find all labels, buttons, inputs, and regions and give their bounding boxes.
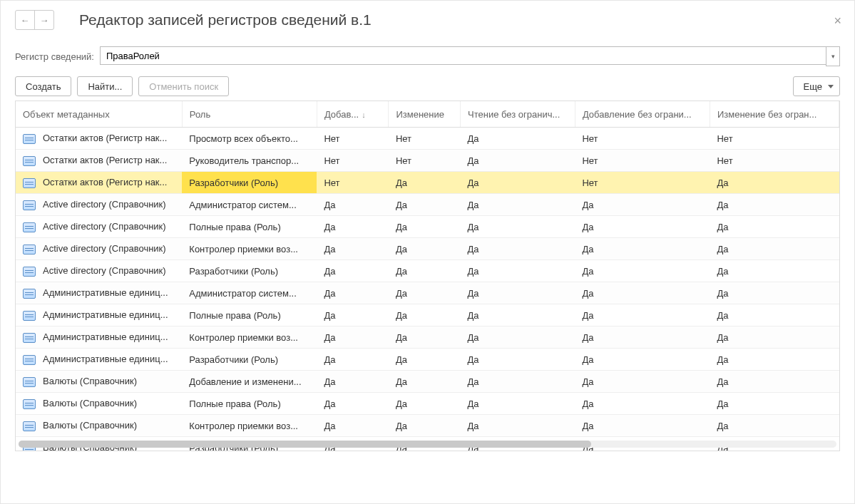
- cell: Да: [389, 349, 461, 371]
- cell: Полные права (Роль): [182, 216, 317, 238]
- cell: Да: [710, 172, 839, 194]
- record-icon: [23, 377, 36, 387]
- forward-button[interactable]: →: [34, 11, 53, 29]
- table-row[interactable]: Active directory (Справочник)Администрат…: [16, 194, 839, 216]
- cell-text: Валюты (Справочник): [43, 398, 137, 408]
- cell: Да: [710, 371, 839, 393]
- cancel-search-button: Отменить поиск: [138, 76, 229, 96]
- cell: Руководитель транспор...: [182, 150, 317, 172]
- cell: Валюты (Справочник): [16, 393, 182, 415]
- cell: Да: [710, 393, 839, 415]
- table-row[interactable]: Остатки актов (Регистр нак...Просмотр вс…: [16, 128, 839, 150]
- column-header-role[interactable]: Роль: [182, 101, 317, 128]
- record-icon: [23, 421, 36, 431]
- column-header-add[interactable]: Добав...↓: [317, 101, 389, 128]
- record-icon: [23, 355, 36, 365]
- cell: Да: [317, 371, 389, 393]
- table-row[interactable]: Валюты (Справочник)Полные права (Роль)Да…: [16, 393, 839, 415]
- cell: Да: [461, 349, 575, 371]
- column-header-change[interactable]: Изменение: [389, 101, 461, 128]
- cell: Нет: [317, 150, 389, 172]
- cell: Остатки актов (Регистр нак...: [16, 172, 182, 194]
- cell: Да: [389, 238, 461, 260]
- cell: Да: [461, 172, 575, 194]
- record-icon: [23, 222, 36, 232]
- cell: Да: [461, 194, 575, 216]
- cell: Да: [389, 326, 461, 349]
- cell: Нет: [575, 172, 710, 194]
- table-row[interactable]: Административные единиц...Администратор …: [16, 282, 839, 304]
- cell: Нет: [575, 128, 710, 150]
- cell: Валюты (Справочник): [16, 415, 182, 437]
- cell: Да: [389, 172, 461, 194]
- cell-text: Active directory (Справочник): [43, 243, 166, 254]
- cell: Да: [575, 216, 710, 238]
- cell: Да: [710, 415, 839, 437]
- close-button[interactable]: ×: [834, 14, 841, 29]
- cell: Контролер приемки воз...: [182, 415, 317, 437]
- cell: Административные единиц...: [16, 326, 182, 349]
- cell-text: Административные единиц...: [43, 354, 168, 364]
- cell: Да: [389, 415, 461, 437]
- find-button[interactable]: Найти...: [77, 76, 133, 96]
- cell-text: Административные единиц...: [43, 309, 168, 320]
- register-input[interactable]: [100, 46, 826, 65]
- more-button[interactable]: Еще: [793, 76, 840, 96]
- page-title: Редактор записей регистров сведений в.1: [79, 11, 372, 29]
- cell: Да: [461, 304, 575, 326]
- table-row[interactable]: Остатки актов (Регистр нак...Разработчик…: [16, 172, 839, 194]
- cell: Да: [575, 260, 710, 282]
- record-icon: [23, 289, 36, 299]
- cell-text: Active directory (Справочник): [43, 221, 166, 232]
- cell: Нет: [575, 150, 710, 172]
- cell: Контролер приемки воз...: [182, 326, 317, 349]
- table-row[interactable]: Active directory (Справочник)Контролер п…: [16, 238, 839, 260]
- table-row[interactable]: Active directory (Справочник)Разработчик…: [16, 260, 839, 282]
- cell: Да: [461, 128, 575, 150]
- cell-text: Валюты (Справочник): [43, 420, 137, 431]
- record-icon: [23, 399, 36, 409]
- cell: Да: [710, 216, 839, 238]
- cell: Да: [710, 326, 839, 349]
- column-header-add-unlimited[interactable]: Добавление без ограни...: [575, 101, 710, 128]
- table-row[interactable]: Валюты (Справочник)Добавление и изменени…: [16, 371, 839, 393]
- cell-text: Active directory (Справочник): [43, 199, 166, 210]
- cell: Просмотр всех объекто...: [182, 128, 317, 150]
- back-button[interactable]: ←: [16, 11, 34, 29]
- record-icon: [23, 134, 36, 144]
- horizontal-scrollbar-thumb[interactable]: [19, 441, 591, 448]
- cell: Да: [389, 282, 461, 304]
- cell: Да: [389, 216, 461, 238]
- cell: Да: [710, 282, 839, 304]
- horizontal-scrollbar[interactable]: [19, 441, 836, 448]
- register-dropdown-button[interactable]: ▾: [826, 46, 840, 66]
- cell: Да: [710, 194, 839, 216]
- column-header-read-unlimited[interactable]: Чтение без огранич...: [461, 101, 575, 128]
- table-row[interactable]: Административные единиц...Контролер прие…: [16, 326, 839, 349]
- cell: Да: [575, 282, 710, 304]
- cell: Да: [461, 415, 575, 437]
- cell: Да: [389, 260, 461, 282]
- title-bar: ← → Редактор записей регистров сведений …: [15, 8, 840, 32]
- column-header-object[interactable]: Объект метаданных: [16, 101, 182, 128]
- record-icon: [23, 178, 36, 188]
- cell: Добавление и изменени...: [182, 371, 317, 393]
- table-row[interactable]: Валюты (Справочник)Контролер приемки воз…: [16, 415, 839, 437]
- cell: Да: [317, 304, 389, 326]
- table-row[interactable]: Остатки актов (Регистр нак...Руководител…: [16, 150, 839, 172]
- register-label: Регистр сведений:: [15, 51, 94, 62]
- record-icon: [23, 200, 36, 210]
- column-header-change-unlimited[interactable]: Изменение без огран...: [710, 101, 839, 128]
- cell: Разработчики (Роль): [182, 349, 317, 371]
- window: ← → Редактор записей регистров сведений …: [0, 0, 855, 504]
- cell: Да: [710, 304, 839, 326]
- create-button[interactable]: Создать: [15, 76, 71, 96]
- table-row[interactable]: Active directory (Справочник)Полные прав…: [16, 216, 839, 238]
- table-row[interactable]: Административные единиц...Полные права (…: [16, 304, 839, 326]
- cell: Да: [461, 393, 575, 415]
- cell-text: Административные единиц...: [43, 331, 168, 342]
- cell-text: Остатки актов (Регистр нак...: [43, 177, 167, 187]
- table-row[interactable]: Административные единиц...Разработчики (…: [16, 349, 839, 371]
- cell: Да: [710, 349, 839, 371]
- cell: Да: [461, 371, 575, 393]
